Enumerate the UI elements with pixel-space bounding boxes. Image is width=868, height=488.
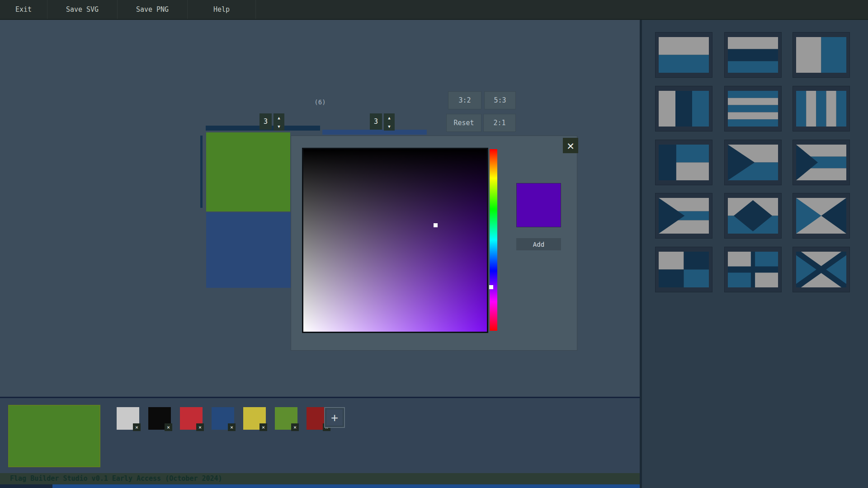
flag-template-bicolor-horizontal[interactable]	[655, 32, 712, 78]
palette-panel: ✕✕✕✕✕✕✕ +	[0, 397, 641, 473]
ratio-button-reset[interactable]: Reset	[446, 114, 481, 132]
menu-item-help[interactable]: Help	[188, 0, 256, 19]
flag-template-tricolor-horizontal[interactable]	[724, 32, 782, 78]
flag-thumbnail	[728, 252, 778, 287]
flag-template-diamond[interactable]	[724, 193, 782, 239]
menu-item-save-png[interactable]: Save PNG	[118, 0, 188, 19]
menu-item-exit[interactable]: Exit	[0, 0, 47, 19]
flag-stripe-selection-line	[200, 136, 203, 208]
flag-stripe-blue[interactable]	[206, 212, 291, 288]
ratio-button-2-1[interactable]: 2:1	[483, 114, 516, 132]
flag-template-saltire[interactable]	[793, 247, 850, 292]
status-bar: Flag Builder Studio v0.1 Early Access (O…	[0, 473, 641, 484]
palette-swatch[interactable]: ✕	[148, 407, 171, 430]
bottom-edge-dark	[0, 484, 52, 488]
spinner-arrows: ▲▼	[274, 113, 284, 131]
bottom-edge-strip	[52, 484, 641, 488]
flag-template-chevron-pennant[interactable]	[655, 193, 712, 239]
color-preview-swatch	[516, 183, 561, 227]
spinner-up-icon[interactable]: ▲	[384, 113, 395, 122]
delete-swatch-icon[interactable]: ✕	[259, 423, 267, 431]
flag-thumbnail	[659, 37, 709, 73]
flag-template-bowtie[interactable]	[793, 193, 850, 239]
palette-swatch[interactable]: ✕	[243, 407, 266, 430]
spinner-arrows: ▲▼	[384, 113, 395, 131]
flag-template-tricolor-vertical[interactable]	[655, 86, 712, 131]
flag-thumbnail	[728, 145, 778, 180]
flag-thumbnail	[796, 252, 846, 287]
flag-template-left-band-split[interactable]	[655, 140, 712, 185]
sidebar-divider	[640, 20, 642, 488]
spinner-down-icon[interactable]: ▼	[274, 122, 284, 131]
stripe-spinner-2: 3▲▼	[370, 113, 395, 131]
close-icon[interactable]: ✕	[563, 138, 578, 153]
spinner-value: 3	[259, 113, 272, 130]
flag-template-stripes-vertical-5[interactable]	[793, 86, 850, 131]
delete-swatch-icon[interactable]: ✕	[133, 423, 141, 431]
stripe-spinner-1: 3▲▼	[259, 113, 284, 131]
add-color-button[interactable]: Add	[516, 238, 561, 250]
ratio-button-5-3[interactable]: 5:3	[484, 91, 516, 109]
color-picker-dialog: Add ✕	[291, 136, 577, 351]
delete-swatch-icon[interactable]: ✕	[291, 423, 299, 431]
hue-slider[interactable]	[490, 149, 497, 331]
flag-thumbnail	[728, 198, 778, 234]
palette-swatch[interactable]: ✕	[117, 407, 139, 430]
add-swatch-button[interactable]: +	[324, 407, 345, 428]
menu-item-save-svg[interactable]: Save SVG	[47, 0, 118, 19]
sv-cursor[interactable]	[434, 223, 438, 227]
flag-thumbnail	[728, 37, 778, 73]
spinner-up-icon[interactable]: ▲	[274, 113, 284, 122]
saturation-value-picker[interactable]	[302, 148, 488, 333]
palette-swatch[interactable]: ✕	[212, 407, 234, 430]
template-sidebar	[642, 20, 868, 488]
palette-swatch[interactable]: ✕	[275, 407, 297, 430]
spinner-value: 3	[370, 113, 382, 130]
flag-template-chevron-bicolor[interactable]	[724, 140, 782, 185]
flag-builder-app: ExitSave SVGSave PNGHelp (6) 3▲▼3▲▼ 3:25…	[0, 0, 868, 488]
flag-thumbnail	[659, 145, 709, 180]
flag-thumbnail	[796, 198, 846, 234]
flag-thumbnail	[796, 37, 846, 73]
flag-stripe-green[interactable]	[206, 132, 290, 211]
menu-bar: ExitSave SVGSave PNGHelp	[0, 0, 868, 20]
stripe-count-label: (6)	[309, 99, 331, 106]
flag-thumbnail	[659, 252, 709, 287]
flag-template-quarters-cross[interactable]	[724, 247, 782, 292]
flag-template-bicolor-vertical[interactable]	[793, 32, 850, 78]
ratio-button-3-2[interactable]: 3:2	[448, 91, 481, 109]
delete-swatch-icon[interactable]: ✕	[196, 423, 204, 431]
spinner-down-icon[interactable]: ▼	[384, 122, 395, 131]
flag-template-stripes-horizontal-5[interactable]	[724, 86, 782, 131]
selected-color-display	[8, 405, 100, 467]
palette-swatch[interactable]: ✕	[180, 407, 203, 430]
flag-template-quarters[interactable]	[655, 247, 712, 292]
hue-cursor[interactable]	[489, 285, 493, 289]
delete-swatch-icon[interactable]: ✕	[228, 423, 236, 431]
flag-template-chevron-tricolor[interactable]	[793, 140, 850, 185]
flag-thumbnail	[659, 91, 709, 127]
flag-thumbnail	[728, 91, 778, 127]
delete-swatch-icon[interactable]: ✕	[165, 423, 172, 431]
flag-thumbnail	[659, 198, 709, 234]
flag-thumbnail	[796, 145, 846, 180]
flag-thumbnail	[796, 91, 846, 127]
